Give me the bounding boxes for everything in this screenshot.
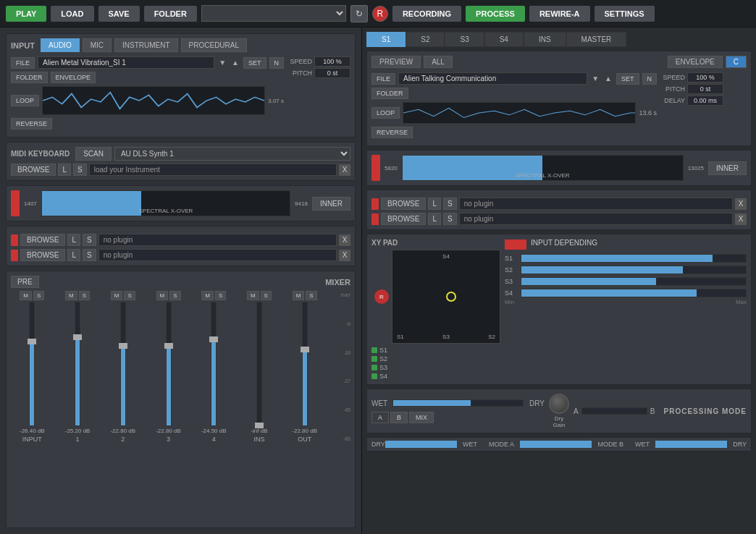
ri-n-btn[interactable]: N xyxy=(642,73,658,85)
rplugin1-s[interactable]: S xyxy=(443,198,457,210)
refresh-icon[interactable]: ↻ xyxy=(350,5,368,22)
rtab-s1[interactable]: S1 xyxy=(366,32,406,47)
rplugin1-x[interactable]: X xyxy=(735,198,747,210)
plugin1-x[interactable]: X xyxy=(339,234,350,246)
fader-handle[interactable] xyxy=(28,339,36,344)
midi-l-btn[interactable]: L xyxy=(58,164,71,176)
ri-envelope[interactable]: ENVELOPE xyxy=(668,56,723,68)
plugin2-s[interactable]: S xyxy=(83,249,96,261)
set-btn[interactable]: SET xyxy=(243,57,266,69)
midi-x-btn[interactable]: X xyxy=(339,164,350,176)
fader-handle[interactable] xyxy=(164,343,173,349)
recording-button[interactable]: RECORDING xyxy=(392,6,461,22)
plugin2-browse[interactable]: BROWSE xyxy=(20,249,65,261)
spectral-bar[interactable]: SPECTRAL X-OVER xyxy=(41,190,290,216)
fader-handle[interactable] xyxy=(301,347,309,352)
tab-procedural[interactable]: PROCEDURAL xyxy=(181,38,247,52)
ch-s-btn[interactable]: S xyxy=(79,291,90,300)
loop-btn[interactable]: LOOP xyxy=(11,95,39,106)
rplugin2-l[interactable]: L xyxy=(428,213,441,225)
ri-folder-btn[interactable]: FOLDER xyxy=(371,88,408,99)
midi-s-btn[interactable]: S xyxy=(73,164,87,176)
xy-pad[interactable]: S4 S1 S2 S3 xyxy=(392,250,500,344)
rtab-master[interactable]: MASTER xyxy=(566,32,627,47)
scan-btn[interactable]: SCAN xyxy=(75,147,112,161)
plugin2-x[interactable]: X xyxy=(339,250,350,261)
bb-fill-mid[interactable] xyxy=(520,441,592,448)
ch-m-btn[interactable]: M xyxy=(247,291,259,300)
xy-rec-btn[interactable]: R xyxy=(374,289,389,304)
plugin1-l[interactable]: L xyxy=(67,234,80,246)
tab-mic[interactable]: MIC xyxy=(83,38,112,52)
ri-set-btn[interactable]: SET xyxy=(616,73,639,85)
settings-button[interactable]: SETTINGS xyxy=(595,6,655,22)
rplugin2-browse[interactable]: BROWSE xyxy=(381,213,426,225)
ri-c[interactable]: C xyxy=(726,56,747,68)
ch-m-btn[interactable]: M xyxy=(201,291,214,300)
ri-file-btn[interactable]: FILE xyxy=(371,73,395,85)
fader-handle[interactable] xyxy=(255,423,264,428)
load-button[interactable]: LOAD xyxy=(51,6,93,22)
ch-s-btn[interactable]: S xyxy=(215,291,226,300)
bb-fill-right[interactable] xyxy=(655,441,727,448)
rplugin2-x[interactable]: X xyxy=(735,213,747,225)
ch-s-btn[interactable]: S xyxy=(33,291,44,300)
plugin1-s[interactable]: S xyxy=(83,234,96,246)
rtab-s3[interactable]: S3 xyxy=(445,32,484,47)
ch-s-btn[interactable]: S xyxy=(124,291,135,300)
inner-btn-left[interactable]: INNER xyxy=(312,197,350,211)
plugin1-browse[interactable]: BROWSE xyxy=(20,234,65,246)
midi-browse-btn[interactable]: BROWSE xyxy=(11,164,56,176)
ri-loop-btn[interactable]: LOOP xyxy=(371,107,400,119)
fader-container[interactable] xyxy=(56,302,99,426)
dry-gain-knob[interactable] xyxy=(549,394,569,414)
ri-reverse-btn[interactable]: REVERSE xyxy=(371,127,413,138)
process-button[interactable]: PROCESS xyxy=(466,6,525,22)
fader-container[interactable] xyxy=(193,302,235,426)
fader-container[interactable] xyxy=(101,302,144,426)
mix-btn[interactable]: MIX xyxy=(409,412,434,423)
filename-up-arrow[interactable]: ▲ xyxy=(230,59,240,67)
save-button[interactable]: SAVE xyxy=(98,6,140,22)
plugin2-l[interactable]: L xyxy=(67,249,80,261)
ch-m-btn[interactable]: M xyxy=(111,291,123,300)
ch-s-btn[interactable]: S xyxy=(169,291,180,300)
fader-container[interactable] xyxy=(238,302,281,426)
fader-container[interactable] xyxy=(11,302,54,426)
wet-bar[interactable] xyxy=(392,399,524,407)
fader-container[interactable] xyxy=(147,302,190,426)
pre-btn[interactable]: PRE xyxy=(11,276,39,288)
rplugin1-l[interactable]: L xyxy=(428,198,441,210)
rplugin1-browse[interactable]: BROWSE xyxy=(381,198,426,210)
ri-preview[interactable]: PREVIEW xyxy=(371,56,421,68)
ab-bar[interactable] xyxy=(581,407,647,415)
rtab-ins[interactable]: INS xyxy=(524,32,566,47)
b-btn[interactable]: B xyxy=(390,412,408,423)
fader-handle[interactable] xyxy=(119,343,127,349)
ch-s-btn[interactable]: S xyxy=(261,291,272,300)
fader-container[interactable] xyxy=(283,302,326,426)
ri-all[interactable]: ALL xyxy=(424,56,453,68)
inner-btn-right[interactable]: INNER xyxy=(708,161,747,175)
ch-m-btn[interactable]: M xyxy=(156,291,169,300)
a-btn[interactable]: A xyxy=(371,412,389,423)
ch-m-btn[interactable]: M xyxy=(20,291,32,300)
file-btn[interactable]: FILE xyxy=(11,57,35,69)
n-btn[interactable]: N xyxy=(269,57,285,69)
ch-m-btn[interactable]: M xyxy=(293,291,305,300)
midi-device-select[interactable]: AU DLS Synth 1 xyxy=(114,147,350,161)
ri-arrow-down[interactable]: ▼ xyxy=(590,75,600,82)
ri-arrow-up[interactable]: ▲ xyxy=(603,75,613,82)
record-icon[interactable]: R xyxy=(372,6,388,22)
ch-s-btn[interactable]: S xyxy=(306,291,316,300)
rplugin2-s[interactable]: S xyxy=(443,213,457,225)
ch-m-btn[interactable]: M xyxy=(65,291,77,300)
reverse-btn[interactable]: REVERSE xyxy=(11,118,52,130)
tab-instrument[interactable]: INSTRUMENT xyxy=(114,38,178,52)
bb-fill-left[interactable] xyxy=(385,441,457,448)
preset-dropdown[interactable] xyxy=(201,5,346,22)
filename-down-arrow[interactable]: ▼ xyxy=(217,59,227,67)
rtab-s4[interactable]: S4 xyxy=(484,32,524,47)
right-spectral-bar[interactable]: SPECTRAL X-OVER xyxy=(402,155,684,181)
folder-button[interactable]: FOLDER xyxy=(144,6,197,22)
